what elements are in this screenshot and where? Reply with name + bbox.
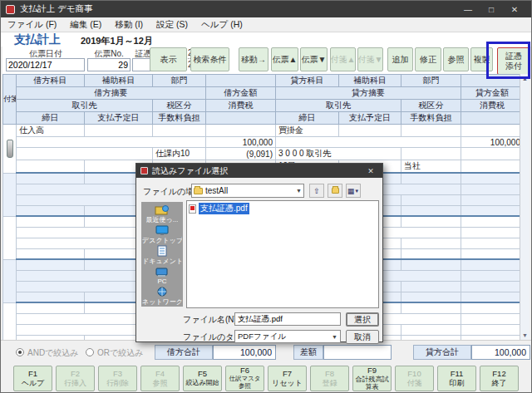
- sidebar-item-pc[interactable]: PC: [141, 266, 183, 287]
- display-button[interactable]: 表示: [150, 47, 187, 71]
- cell[interactable]: [17, 281, 153, 292]
- cell[interactable]: [461, 302, 524, 313]
- f9-trial-balance-button[interactable]: F9合計残高試算表: [352, 366, 392, 391]
- location-combobox[interactable]: testAll ▼: [191, 184, 304, 198]
- cell[interactable]: [401, 194, 461, 205]
- slip-date-input[interactable]: [6, 58, 85, 71]
- cell[interactable]: [401, 238, 461, 248]
- sidebar-item-recent[interactable]: 最近使っ...: [141, 204, 183, 225]
- up-one-level-icon[interactable]: ⇧: [309, 184, 324, 198]
- menu-settings[interactable]: 設定 (S): [156, 19, 188, 31]
- cell[interactable]: [461, 184, 524, 194]
- f5-filter-start-button[interactable]: F5絞込み開始: [183, 366, 222, 391]
- cell[interactable]: [17, 302, 85, 313]
- credit-fee-cell[interactable]: 当社: [401, 160, 461, 174]
- debit-amount-cell[interactable]: 100,000: [206, 137, 276, 148]
- chevron-down-icon[interactable]: ▼: [332, 334, 337, 340]
- cell[interactable]: [17, 259, 85, 270]
- cell[interactable]: [153, 125, 206, 137]
- dialog-close-button[interactable]: ✕: [363, 167, 378, 175]
- f7-reset-button[interactable]: F7リセット: [268, 366, 307, 391]
- credit-taxclass-cell[interactable]: [401, 148, 461, 160]
- sidebar-item-network[interactable]: ネットワーク: [141, 287, 183, 307]
- cell[interactable]: [206, 125, 276, 137]
- credit-account-cell[interactable]: 買掛金: [276, 125, 339, 137]
- cell[interactable]: [461, 227, 524, 238]
- scroll-down-icon[interactable]: ▼: [522, 331, 528, 340]
- move-button[interactable]: 移動→: [239, 47, 268, 71]
- cancel-button[interactable]: 取消: [346, 330, 379, 344]
- menu-file[interactable]: ファイル (F): [7, 19, 57, 31]
- cell[interactable]: [401, 173, 461, 184]
- vertical-scrollbar[interactable]: ▲ ▼: [520, 74, 530, 340]
- cell[interactable]: [401, 281, 461, 292]
- cell[interactable]: [461, 270, 524, 281]
- tag-cell[interactable]: [3, 216, 17, 259]
- debit-taxclass-cell[interactable]: 仕課内10: [153, 148, 206, 160]
- cell[interactable]: [339, 125, 401, 137]
- credit-vendor-cell[interactable]: 3 0 0 0 取引先: [276, 148, 401, 160]
- new-folder-icon[interactable]: [328, 184, 342, 198]
- scroll-up-icon[interactable]: ▲: [522, 74, 528, 83]
- cell[interactable]: [461, 160, 524, 174]
- file-list-item[interactable]: 支払証憑.pdf: [189, 203, 249, 214]
- and-filter-radio[interactable]: [16, 348, 24, 356]
- cell[interactable]: [17, 238, 153, 248]
- cell[interactable]: [461, 205, 524, 216]
- f1-help-button[interactable]: F1ヘルプ: [13, 366, 52, 391]
- cell[interactable]: [461, 292, 524, 302]
- debit-closing-cell[interactable]: [17, 160, 85, 174]
- filename-input[interactable]: [234, 312, 341, 326]
- cell[interactable]: [401, 302, 461, 313]
- menu-help[interactable]: ヘルプ (H): [201, 19, 243, 31]
- cell[interactable]: [17, 194, 153, 205]
- f12-exit-button[interactable]: F12終了: [480, 366, 519, 391]
- tag-cell[interactable]: [3, 302, 17, 340]
- cell[interactable]: [461, 324, 524, 335]
- cell[interactable]: [17, 173, 85, 184]
- credit-tax-cell[interactable]: [461, 148, 524, 160]
- slip-next-button[interactable]: 伝票▼: [300, 47, 328, 71]
- cell[interactable]: [461, 259, 524, 270]
- slip-no-input[interactable]: [87, 58, 131, 71]
- cell[interactable]: [401, 259, 461, 270]
- debit-vendor-cell[interactable]: [17, 148, 153, 160]
- cell[interactable]: [461, 313, 524, 324]
- minimize-button[interactable]: —: [456, 5, 480, 14]
- cell[interactable]: [401, 125, 461, 137]
- cell[interactable]: [17, 324, 153, 335]
- f6-journal-master-button[interactable]: F6仕訳マスタ参照: [225, 366, 264, 391]
- cell[interactable]: [461, 238, 524, 248]
- credit-amount-cell[interactable]: 100,000: [461, 137, 524, 148]
- cell[interactable]: [461, 281, 524, 292]
- select-button[interactable]: 選択: [346, 312, 379, 327]
- cell[interactable]: [17, 205, 85, 216]
- f11-print-button[interactable]: F11印刷: [437, 366, 476, 391]
- cell[interactable]: [85, 125, 153, 137]
- cell[interactable]: [401, 205, 461, 216]
- close-button[interactable]: ✕: [503, 5, 526, 14]
- maximize-button[interactable]: □: [480, 5, 503, 14]
- debit-account-cell[interactable]: 仕入高: [17, 125, 85, 137]
- file-list[interactable]: 支払証憑.pdf: [186, 200, 379, 308]
- cell[interactable]: [401, 324, 461, 335]
- cell[interactable]: [461, 248, 524, 259]
- tag-cell[interactable]: [3, 173, 17, 216]
- cell[interactable]: [17, 216, 85, 227]
- slip-prev-button[interactable]: 伝票▲: [271, 47, 298, 71]
- tag-cell[interactable]: [3, 125, 17, 174]
- sidebar-item-documents[interactable]: ドキュメント: [141, 245, 183, 266]
- evidence-attach-button[interactable]: 証憑 添付: [497, 47, 530, 75]
- search-conditions-button[interactable]: 検索条件: [190, 47, 229, 71]
- add-button[interactable]: 追加: [387, 47, 413, 71]
- menu-edit[interactable]: 編集 (E): [70, 19, 101, 31]
- cell[interactable]: [461, 194, 524, 205]
- cell[interactable]: [401, 216, 461, 227]
- cell[interactable]: [461, 216, 524, 227]
- cell[interactable]: [17, 248, 85, 259]
- reference-button[interactable]: 参照: [443, 47, 469, 71]
- sidebar-item-desktop[interactable]: デスクトップ: [141, 225, 183, 246]
- debit-tax-cell[interactable]: (9,091): [206, 148, 276, 160]
- or-filter-radio[interactable]: [86, 348, 94, 356]
- menu-move[interactable]: 移動 (I): [115, 19, 143, 31]
